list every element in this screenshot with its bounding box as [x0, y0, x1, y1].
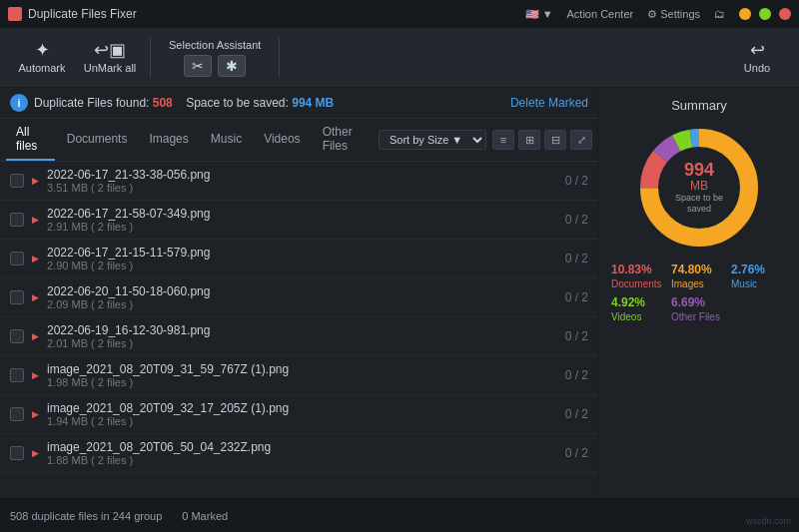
- file-count: 0 / 2: [565, 213, 588, 227]
- status-bar: 508 duplicate files in 244 group 0 Marke…: [0, 498, 799, 532]
- window-controls: [739, 8, 791, 20]
- toolbar: ✦ Automark ↩▣ UnMark all Selection Assis…: [0, 28, 799, 88]
- close-button[interactable]: [779, 8, 791, 20]
- space-prefix: Space to be saved:: [186, 96, 289, 110]
- maximize-button[interactable]: [759, 8, 771, 20]
- file-item[interactable]: ▶ 2022-06-20_11-50-18-060.png 2.09 MB ( …: [0, 278, 598, 317]
- title-bar-right: 🇺🇸 ▼ Action Center ⚙ Settings 🗂: [525, 8, 791, 21]
- file-item[interactable]: ▶ image_2021_08_20T06_50_04_232Z.png 1.8…: [0, 434, 598, 473]
- file-info: image_2021_08_20T09_31_59_767Z (1).png 1…: [47, 362, 557, 388]
- file-name: 2022-06-17_21-33-38-056.png: [47, 168, 557, 182]
- file-expand-icon[interactable]: ▶: [32, 292, 39, 302]
- stat-documents-label: Documents: [611, 278, 667, 289]
- tab-videos[interactable]: Videos: [254, 126, 310, 154]
- tab-documents[interactable]: Documents: [57, 126, 138, 154]
- delete-marked-link[interactable]: Delete Marked: [510, 96, 588, 110]
- tab-images[interactable]: Images: [139, 126, 198, 154]
- file-item[interactable]: ▶ 2022-06-17_21-33-38-056.png 3.51 MB ( …: [0, 162, 598, 201]
- file-count: 0 / 2: [565, 407, 588, 421]
- file-checkbox[interactable]: [10, 329, 24, 343]
- file-count: 0 / 2: [565, 446, 588, 460]
- stat-videos-label: Videos: [611, 311, 667, 322]
- file-checkbox[interactable]: [10, 252, 24, 266]
- tab-music[interactable]: Music: [201, 126, 252, 154]
- tile-view-btn[interactable]: ⊟: [544, 130, 566, 150]
- flag-icon: 🇺🇸 ▼: [525, 8, 553, 21]
- donut-label: Space to besaved: [675, 193, 723, 215]
- file-item[interactable]: ▶ 2022-06-19_16-12-30-981.png 2.01 MB ( …: [0, 317, 598, 356]
- toolbar-separator: [150, 38, 151, 78]
- file-size: 1.88 MB ( 2 files ): [47, 454, 557, 466]
- grid-view-btn[interactable]: ⊞: [518, 130, 540, 150]
- storage-icon: 🗂: [714, 8, 725, 20]
- view-icons: ≡ ⊞ ⊟ ⤢: [492, 130, 592, 150]
- selection-assistant-label: Selection Assistant: [169, 39, 261, 51]
- stat-videos-value: 4.92%: [611, 295, 667, 309]
- file-item[interactable]: ▶ 2022-06-17_21-58-07-349.png 2.91 MB ( …: [0, 201, 598, 240]
- status-duplicate-count: 508 duplicate files in 244 group: [10, 510, 162, 522]
- minimize-button[interactable]: [739, 8, 751, 20]
- file-size: 2.09 MB ( 2 files ): [47, 298, 557, 310]
- info-bar: i Duplicate Files found: 508 Space to be…: [0, 88, 598, 119]
- title-bar-left: Duplicate Files Fixer: [8, 7, 137, 21]
- file-expand-icon[interactable]: ▶: [32, 254, 39, 264]
- expand-view-btn[interactable]: ⤢: [570, 130, 592, 150]
- file-size: 1.98 MB ( 2 files ): [47, 376, 557, 388]
- stat-other-value: 6.69%: [671, 295, 727, 309]
- duplicate-prefix: Duplicate Files found:: [34, 96, 149, 110]
- space-value: 994 MB: [292, 96, 334, 110]
- file-checkbox[interactable]: [10, 368, 24, 382]
- file-info: 2022-06-17_21-33-38-056.png 3.51 MB ( 2 …: [47, 168, 557, 194]
- file-checkbox[interactable]: [10, 407, 24, 421]
- status-marked-count: 0 Marked: [182, 510, 228, 522]
- file-expand-icon[interactable]: ▶: [32, 176, 39, 186]
- summary-panel: Summary 994 MB: [599, 88, 799, 498]
- tab-other-files[interactable]: Other Files: [313, 119, 377, 161]
- title-bar: Duplicate Files Fixer 🇺🇸 ▼ Action Center…: [0, 0, 799, 28]
- undo-button[interactable]: ↩ Undo: [725, 33, 789, 83]
- stat-music: 2.76% Music: [731, 263, 787, 289]
- file-item[interactable]: ▶ 2022-06-17_21-15-11-579.png 2.90 MB ( …: [0, 240, 598, 278]
- main-content: i Duplicate Files found: 508 Space to be…: [0, 88, 799, 498]
- file-checkbox[interactable]: [10, 213, 24, 227]
- file-list[interactable]: ▶ 2022-06-17_21-33-38-056.png 3.51 MB ( …: [0, 162, 598, 498]
- tab-all-files[interactable]: All files: [6, 119, 55, 161]
- file-name: image_2021_08_20T06_50_04_232Z.png: [47, 440, 557, 454]
- stat-images-value: 74.80%: [671, 263, 727, 276]
- selection-icon-group: ✂ ✱: [184, 55, 246, 77]
- file-checkbox[interactable]: [10, 290, 24, 304]
- file-checkbox[interactable]: [10, 446, 24, 460]
- stat-videos: 4.92% Videos: [611, 295, 667, 322]
- file-name: 2022-06-19_16-12-30-981.png: [47, 323, 557, 337]
- undo-label: Undo: [744, 62, 770, 74]
- app-icon: [8, 7, 22, 21]
- file-expand-icon[interactable]: ▶: [32, 370, 39, 380]
- automark-button[interactable]: ✦ Automark: [10, 33, 74, 83]
- file-item[interactable]: ▶ image_2021_08_20T09_32_17_205Z (1).png…: [0, 395, 598, 434]
- file-expand-icon[interactable]: ▶: [32, 409, 39, 419]
- selection-icon-2[interactable]: ✱: [218, 55, 246, 77]
- file-expand-icon[interactable]: ▶: [32, 448, 39, 458]
- undo-icon: ↩: [750, 41, 765, 59]
- unmark-label: UnMark all: [84, 62, 137, 74]
- file-info: 2022-06-20_11-50-18-060.png 2.09 MB ( 2 …: [47, 284, 557, 310]
- unmark-icon: ↩▣: [94, 41, 126, 59]
- file-size: 2.90 MB ( 2 files ): [47, 260, 557, 271]
- summary-title: Summary: [671, 98, 727, 113]
- file-checkbox[interactable]: [10, 174, 24, 188]
- action-center-btn[interactable]: Action Center: [567, 8, 634, 20]
- unmark-all-button[interactable]: ↩▣ UnMark all: [78, 33, 142, 83]
- file-name: 2022-06-17_21-15-11-579.png: [47, 246, 557, 260]
- selection-icon-1[interactable]: ✂: [184, 55, 212, 77]
- settings-btn[interactable]: ⚙ Settings: [647, 8, 700, 21]
- duplicate-count: 508: [153, 96, 173, 110]
- list-view-btn[interactable]: ≡: [492, 130, 514, 150]
- file-item[interactable]: ▶ image_2021_08_20T09_31_59_767Z (1).png…: [0, 356, 598, 395]
- sort-select[interactable]: Sort by Size ▼ Sort by Name Sort by Date: [379, 130, 486, 150]
- file-expand-icon[interactable]: ▶: [32, 331, 39, 341]
- file-info: 2022-06-17_21-15-11-579.png 2.90 MB ( 2 …: [47, 246, 557, 271]
- file-count: 0 / 2: [565, 252, 588, 266]
- file-name: 2022-06-17_21-58-07-349.png: [47, 207, 557, 221]
- file-expand-icon[interactable]: ▶: [32, 215, 39, 225]
- file-info: 2022-06-17_21-58-07-349.png 2.91 MB ( 2 …: [47, 207, 557, 233]
